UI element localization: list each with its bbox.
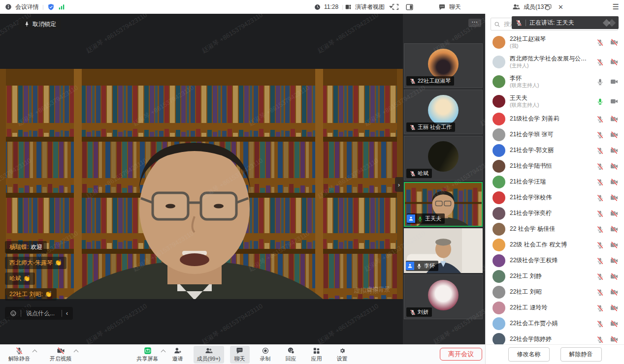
mic-muted-icon[interactable] xyxy=(596,304,604,312)
member-row[interactable]: 21社会学张奕柠 xyxy=(486,206,624,221)
member-row[interactable]: 22 社会学 杨佳佳 xyxy=(486,221,624,237)
mic-muted-icon[interactable] xyxy=(596,179,604,186)
participant-tile[interactable]: 22社工赵淑琴 xyxy=(404,43,483,88)
menu-icon[interactable]: ☰ xyxy=(613,2,619,11)
chat-toolbar-button[interactable]: 聊天 xyxy=(230,346,250,364)
popout-panel-icon[interactable] xyxy=(545,3,552,11)
member-row[interactable]: 22社工 刘静 xyxy=(486,269,624,284)
thumbnails-more-button[interactable]: ⋯ xyxy=(468,19,481,27)
unmute-toolbar-button[interactable]: 解除静音 xyxy=(5,346,33,364)
camera-off-icon[interactable] xyxy=(610,115,618,123)
camera-off-icon[interactable] xyxy=(610,320,618,328)
record-button[interactable]: 录制 xyxy=(256,346,275,364)
camera-off-icon[interactable] xyxy=(610,58,618,66)
mic-muted-icon[interactable] xyxy=(596,320,604,328)
unmute-button[interactable]: 解除静音 xyxy=(560,347,602,362)
meeting-details[interactable]: 会议详情 | xyxy=(5,0,65,14)
member-row[interactable]: 22社工 刘昭 xyxy=(486,284,624,300)
member-row[interactable]: 21社会学张校伟 xyxy=(486,190,624,206)
camera-off-icon[interactable] xyxy=(610,241,618,249)
collapse-thumbnails-arrow[interactable]: › xyxy=(395,177,403,192)
close-panel-icon[interactable]: ✕ xyxy=(558,3,563,11)
camera-on-icon[interactable] xyxy=(610,78,618,86)
participant-tile[interactable]: 王丽 社会工作 xyxy=(404,90,483,134)
member-row[interactable]: 21级社会学 刘善莉 xyxy=(486,111,624,127)
mic-muted-icon[interactable] xyxy=(596,242,604,249)
mic-muted-icon[interactable] xyxy=(596,147,604,154)
member-row[interactable]: 22社会学陈婷婷 xyxy=(486,332,624,344)
camera-off-icon[interactable] xyxy=(610,210,618,217)
tab-chat[interactable]: 聊天 xyxy=(438,0,461,14)
emoji-icon[interactable] xyxy=(10,310,17,317)
mic-on-icon[interactable] xyxy=(596,78,604,86)
mic-muted-icon[interactable] xyxy=(596,194,604,202)
tab-members[interactable]: 成员(137) xyxy=(512,0,549,14)
avatar xyxy=(493,191,505,204)
mic-speaking-icon[interactable] xyxy=(596,98,604,105)
side-panel-toggle-icon[interactable] xyxy=(405,3,414,11)
member-row[interactable]: 22级 社会工作 程文博 xyxy=(486,237,624,253)
camera-off-icon[interactable] xyxy=(610,162,618,170)
mic-muted-icon[interactable] xyxy=(596,163,604,170)
member-row[interactable]: 21社会学-郭文丽 xyxy=(486,143,624,158)
member-row[interactable]: 22社会工作贾小娟 xyxy=(486,316,624,332)
reactions-button[interactable]: 回应 xyxy=(281,346,301,364)
participant-tile[interactable]: 刘妍 xyxy=(404,274,483,319)
camera-off-icon[interactable] xyxy=(610,304,618,312)
participant-tile[interactable]: 哈斌 xyxy=(404,136,483,181)
member-row[interactable]: 王天夫(联席主持人) xyxy=(486,91,624,111)
members-toolbar-button[interactable]: 成员(99+) xyxy=(194,346,224,364)
chat-input[interactable] xyxy=(25,309,58,317)
camera-on-icon[interactable] xyxy=(610,97,618,105)
member-row[interactable]: 22级社会学王权烽 xyxy=(486,253,624,269)
member-row[interactable]: 西北师范大学社会发展与公共管理学院(主持人) xyxy=(486,52,624,72)
member-row[interactable]: 21社会学陆书恒 xyxy=(486,158,624,174)
chevron-up-icon[interactable] xyxy=(74,350,79,355)
member-row[interactable]: 22社工 逯玲玲 xyxy=(486,300,624,316)
share-screen-button[interactable]: 共享屏幕 xyxy=(133,346,162,364)
participant-tile[interactable]: 李怀 xyxy=(404,228,483,273)
camera-off-icon[interactable] xyxy=(610,38,618,46)
mic-muted-icon[interactable] xyxy=(596,131,604,139)
member-list[interactable]: 22社工赵淑琴(我) 西北师范大学社会发展与公共管理学院(主持人) 李怀(联席主… xyxy=(486,32,624,344)
camera-off-icon[interactable] xyxy=(610,225,618,233)
camera-off-icon[interactable] xyxy=(610,257,618,265)
settings-button[interactable]: 设置 xyxy=(332,346,352,364)
unpin-button[interactable]: 取消锁定 xyxy=(19,19,61,30)
participant-tile-active-speaker[interactable]: 王天夫 xyxy=(404,182,483,227)
mic-muted-icon[interactable] xyxy=(596,39,604,46)
collapse-chat-icon[interactable]: ‹ xyxy=(66,310,68,317)
camera-off-icon[interactable] xyxy=(610,194,618,202)
apps-button[interactable]: 应用 xyxy=(307,346,327,364)
clock-icon xyxy=(314,4,321,10)
member-row[interactable]: 21社会学班 张可 xyxy=(486,127,624,143)
security-shield-icon[interactable] xyxy=(47,3,55,11)
leave-meeting-button[interactable]: 离开会议 xyxy=(440,348,482,361)
chevron-up-icon[interactable] xyxy=(33,350,37,355)
mic-muted-icon[interactable] xyxy=(596,289,604,296)
camera-off-icon[interactable] xyxy=(610,147,618,154)
start-video-button[interactable]: 开启视频 xyxy=(46,346,75,364)
network-signal-icon[interactable] xyxy=(58,3,65,10)
view-mode-selector[interactable]: 演讲者视图 | xyxy=(345,0,398,14)
thumbnail-strip: ⋯ 22社工赵淑琴 王丽 社会工作 哈斌 xyxy=(403,14,485,344)
member-row[interactable]: 22社工赵淑琴(我) xyxy=(486,32,624,52)
mic-muted-icon[interactable] xyxy=(596,210,604,217)
invite-button[interactable]: 邀请 xyxy=(168,346,188,364)
rename-button[interactable]: 修改名称 xyxy=(508,347,550,362)
member-row[interactable]: 21社会学汪瑞 xyxy=(486,174,624,190)
camera-off-icon[interactable] xyxy=(610,273,618,280)
mic-muted-icon[interactable] xyxy=(596,226,604,233)
mic-muted-icon[interactable] xyxy=(596,336,604,343)
camera-off-icon[interactable] xyxy=(610,178,618,186)
camera-off-icon[interactable] xyxy=(610,131,618,139)
chevron-up-icon[interactable] xyxy=(161,350,165,355)
member-row[interactable]: 李怀(联席主持人) xyxy=(486,72,624,91)
camera-off-icon[interactable] xyxy=(610,288,618,296)
camera-off-icon[interactable] xyxy=(610,335,618,343)
mic-muted-icon[interactable] xyxy=(596,116,604,123)
mic-muted-icon[interactable] xyxy=(596,59,604,66)
mic-muted-icon[interactable] xyxy=(596,257,604,265)
mic-muted-icon[interactable] xyxy=(596,273,604,280)
fullscreen-icon[interactable] xyxy=(392,3,399,11)
